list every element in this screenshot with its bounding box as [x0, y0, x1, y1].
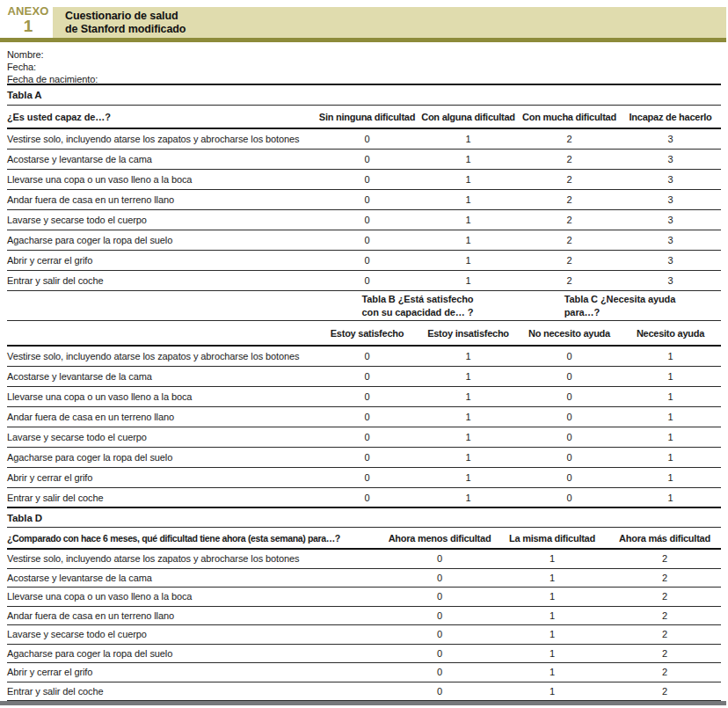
score-value: 0 [317, 391, 418, 402]
score-value: 1 [496, 686, 608, 697]
score-value: 1 [418, 215, 519, 225]
column-header: Estoy insatisfecho [418, 328, 519, 339]
score-value: 1 [418, 391, 519, 402]
column-header: Necesito ayuda [620, 328, 721, 339]
activity-label: Abrir y cerrar el grifo [7, 255, 317, 266]
table-row: Llevarse una copa o un vaso lleno a la b… [7, 588, 721, 607]
score-value: 0 [317, 255, 418, 266]
patient-fields: Nombre: Fecha: Fecha de nacimiento: [7, 42, 721, 85]
name-field-label: Nombre: [7, 48, 721, 61]
table-bc-header-row: Estoy satisfecho Estoy insatisfecho No n… [7, 321, 721, 347]
column-header: No necesito ayuda [519, 328, 620, 339]
score-value: 0 [317, 351, 418, 361]
questionnaire-body: Tabla A ¿Es usted capaz de…? Sin ninguna… [7, 85, 721, 701]
score-value: 1 [418, 194, 519, 205]
title-banner: Cuestionario de salud de Stanford modifi… [53, 7, 726, 38]
table-row: Vestirse solo, incluyendo atarse los zap… [7, 550, 721, 569]
score-value: 2 [608, 667, 721, 677]
table-row: Lavarse y secarse todo el cuerpo0123 [7, 210, 721, 230]
activity-label: Vestirse solo, incluyendo atarse los zap… [7, 553, 383, 564]
score-value: 0 [519, 391, 620, 402]
score-value: 2 [519, 174, 620, 185]
score-value: 0 [317, 412, 418, 422]
page-bottom-bar [0, 701, 726, 705]
annex-label: ANEXO [5, 4, 51, 18]
table-row: Lavarse y secarse todo el cuerpo0101 [7, 427, 721, 448]
score-value: 0 [317, 493, 418, 503]
table-c-title-line2: para…? [564, 306, 676, 319]
table-bc-body: Vestirse solo, incluyendo atarse los zap… [7, 347, 721, 508]
score-value: 1 [496, 629, 608, 639]
table-row: Abrir y cerrar el grifo012 [7, 663, 721, 682]
table-row: Acostarse y levantarse de la cama0101 [7, 367, 721, 387]
activity-label: Entrar y salir del coche [7, 493, 317, 503]
page-header: ANEXO 1 Cuestionario de salud de Stanfor… [0, 0, 728, 42]
activity-label: Agacharse para coger la ropa del suelo [7, 452, 317, 463]
table-b-group-title: Tabla B ¿Está satisfecho con su capacida… [317, 293, 519, 319]
score-value: 1 [496, 610, 608, 621]
annex-number: 1 [5, 18, 51, 34]
score-value: 1 [418, 351, 519, 361]
score-value: 1 [418, 134, 519, 144]
score-value: 2 [519, 134, 620, 144]
header-divider-bar [0, 38, 726, 42]
date-field-label: Fecha: [7, 61, 721, 73]
score-value: 0 [317, 215, 418, 225]
score-value: 0 [383, 667, 496, 677]
score-value: 2 [608, 591, 721, 602]
birthdate-field-label: Fecha de nacimiento: [7, 73, 721, 85]
score-value: 1 [620, 472, 721, 483]
column-header: Estoy satisfecho [317, 328, 418, 339]
score-value: 1 [418, 154, 519, 164]
score-value: 1 [418, 452, 519, 463]
table-row: Lavarse y secarse todo el cuerpo012 [7, 625, 721, 645]
score-value: 0 [383, 648, 496, 659]
score-value: 1 [418, 275, 519, 286]
score-value: 2 [519, 154, 620, 164]
table-row: Andar fuera de casa en un terreno llano0… [7, 607, 721, 626]
score-value: 2 [519, 194, 620, 205]
score-value: 3 [620, 275, 721, 286]
column-header: Sin ninguna dificultad [317, 112, 418, 122]
table-row: Llevarse una copa o un vaso lleno a la b… [7, 387, 721, 407]
score-value: 1 [418, 371, 519, 382]
score-value: 0 [317, 452, 418, 463]
column-header: Con mucha dificultad [519, 112, 620, 122]
score-value: 1 [496, 553, 608, 564]
table-row: Vestirse solo, incluyendo atarse los zap… [7, 347, 721, 367]
table-row: Agacharse para coger la ropa del suelo01… [7, 448, 721, 468]
score-value: 0 [317, 432, 418, 442]
activity-label: Vestirse solo, incluyendo atarse los zap… [7, 134, 317, 144]
activity-label: Acostarse y levantarse de la cama [7, 573, 383, 583]
score-value: 2 [608, 686, 721, 697]
score-value: 0 [383, 686, 496, 697]
score-value: 0 [317, 194, 418, 205]
table-row: Acostarse y levantarse de la cama0123 [7, 150, 721, 170]
score-value: 0 [383, 610, 496, 621]
score-value: 0 [383, 629, 496, 639]
score-value: 3 [620, 215, 721, 225]
column-header: La misma dificultad [496, 533, 608, 544]
activity-label: Andar fuera de casa en un terreno llano [7, 194, 317, 205]
score-value: 1 [496, 591, 608, 602]
table-a-body: Vestirse solo, incluyendo atarse los zap… [7, 129, 721, 291]
score-value: 1 [620, 452, 721, 463]
score-value: 0 [519, 493, 620, 503]
score-value: 1 [418, 493, 519, 503]
score-value: 2 [519, 275, 620, 286]
table-row: Entrar y salir del coche0123 [7, 271, 721, 291]
score-value: 1 [620, 412, 721, 422]
table-b-title-line1: Tabla B ¿Está satisfecho [362, 293, 474, 306]
activity-label: Abrir y cerrar el grifo [7, 472, 317, 483]
table-row: Vestirse solo, incluyendo atarse los zap… [7, 129, 721, 150]
table-row: Andar fuera de casa en un terreno llano0… [7, 407, 721, 427]
score-value: 1 [496, 573, 608, 583]
score-value: 3 [620, 154, 721, 164]
activity-label: Vestirse solo, incluyendo atarse los zap… [7, 351, 317, 361]
score-value: 1 [496, 648, 608, 659]
table-a-section-label: Tabla A [7, 85, 721, 106]
table-row: Acostarse y levantarse de la cama012 [7, 569, 721, 588]
table-d-section-label: Tabla D [7, 508, 721, 528]
table-c-group-title: Tabla C ¿Necesita ayuda para…? [519, 293, 721, 319]
table-bc-group-header: Tabla B ¿Está satisfecho con su capacida… [7, 291, 721, 321]
